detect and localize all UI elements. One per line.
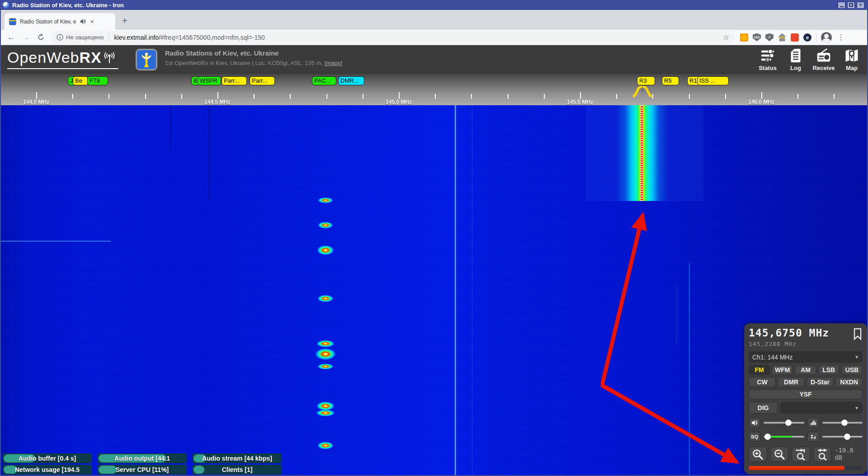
scale-tick xyxy=(108,94,109,99)
nav-item-receive[interactable]: Receive xyxy=(814,47,834,71)
address-bar[interactable]: Не защищено kiev.extmail.info /#freq=145… xyxy=(51,31,735,44)
waterfall-colors-button[interactable] xyxy=(807,418,819,428)
digital-mode-select[interactable]: ▼ xyxy=(780,402,863,414)
tray-separator xyxy=(816,33,816,42)
nav-label: Status xyxy=(759,65,777,71)
zoom-in-icon xyxy=(752,448,764,460)
mode-button-wfm[interactable]: WFM xyxy=(772,365,793,375)
info-icon[interactable] xyxy=(57,34,63,41)
zoom-band-in-icon xyxy=(794,448,807,460)
volume-slider[interactable] xyxy=(764,418,804,428)
frequency-scale[interactable]: 144.0 MHz144.5 MHz145.0 MHz145.5 MHz146.… xyxy=(0,74,868,105)
waterfall-line xyxy=(676,286,677,345)
zoom-band-out-button[interactable] xyxy=(813,447,832,462)
waterfall-display[interactable] xyxy=(0,105,868,476)
url-path[interactable]: /#freq=145675000,mod=nfm,sql=-150 xyxy=(159,34,265,41)
mode-button-ysf[interactable]: YSF xyxy=(749,389,863,399)
squelch-slider[interactable] xyxy=(764,432,804,442)
status-badge-label: Clients [1] xyxy=(193,465,282,475)
home-extension-icon[interactable]: NEW xyxy=(778,33,786,42)
minimize-button[interactable] xyxy=(838,2,845,9)
bookmark-tag[interactable]: R3 xyxy=(637,76,655,85)
chevron-down-icon: ▼ xyxy=(854,406,859,411)
forward-button[interactable]: → xyxy=(22,33,30,42)
bookmark-tag[interactable]: Parr... xyxy=(222,76,247,85)
close-button[interactable]: × xyxy=(857,2,864,9)
bookmark-star-icon[interactable]: ☆ xyxy=(723,33,729,42)
status-badge: Clients [1] xyxy=(193,465,282,475)
mode-button-usb[interactable]: USB xyxy=(841,365,863,375)
bookmark-tag[interactable]: ISS ... xyxy=(697,76,729,85)
zoom-in-button[interactable] xyxy=(749,447,767,462)
extension-icon-3[interactable]: e xyxy=(803,33,811,42)
waterfall-line xyxy=(209,105,210,200)
status-badge: Server CPU [11%] xyxy=(98,465,187,475)
waterfall-min-slider-knob[interactable] xyxy=(844,434,850,440)
bookmark-tag[interactable]: WSPR xyxy=(198,76,221,85)
openwebrx-header: OpenWebRX Radio Stations of Kiev, etc. U… xyxy=(0,45,868,74)
scale-tick xyxy=(326,94,327,99)
reload-button[interactable] xyxy=(37,33,45,41)
browser-menu-icon[interactable]: ⋮ xyxy=(837,33,844,42)
squelch-button[interactable]: SQ xyxy=(749,432,760,442)
bookmark-tag[interactable]: PAC... xyxy=(312,76,336,85)
scale-tick xyxy=(580,92,581,99)
tuning-bandpass-marker[interactable] xyxy=(632,86,653,98)
browser-window: Radio Station of Kiev, etc. Ukraine - Ir… xyxy=(0,0,868,476)
nav-item-log[interactable]: Log xyxy=(786,47,806,71)
waterfall-burst xyxy=(317,364,334,369)
mode-button-cw[interactable]: CW xyxy=(749,377,776,387)
waterfall-burst xyxy=(317,295,334,302)
mute-button[interactable] xyxy=(749,418,760,428)
bookmark-tag[interactable]: Parr... xyxy=(250,76,275,85)
waterfall-max-slider-knob[interactable] xyxy=(841,420,848,426)
squelch-slider-knob[interactable] xyxy=(764,434,771,440)
squelch-level-fill xyxy=(768,436,793,438)
maximize-button[interactable] xyxy=(847,2,855,9)
bookmark-icon[interactable] xyxy=(853,328,863,340)
waterfall-burst xyxy=(316,401,335,411)
nav-label: Log xyxy=(790,65,801,71)
shield-check-extension-icon[interactable]: ✓ xyxy=(765,33,774,42)
extension-icon-2[interactable] xyxy=(791,33,799,42)
back-button[interactable]: ← xyxy=(7,33,15,42)
volume-slider-knob[interactable] xyxy=(785,420,792,426)
waterfall-min-slider[interactable] xyxy=(822,432,863,442)
nav-item-status[interactable]: Status xyxy=(758,47,778,71)
mode-button-nxdn[interactable]: NXDN xyxy=(835,377,863,387)
status-badge-label: Server CPU [11%] xyxy=(98,465,187,475)
mode-button-lsb[interactable]: LSB xyxy=(818,365,840,375)
security-label[interactable]: Не защищено xyxy=(66,34,104,41)
browser-tab[interactable]: Radio Station of Kiev, e × xyxy=(5,13,115,30)
extension-icon-1[interactable] xyxy=(740,33,748,42)
ublock-extension-icon[interactable]: UO xyxy=(753,33,761,42)
maps-link[interactable]: [maps] xyxy=(325,60,342,66)
bookmark-tag[interactable]: Be xyxy=(73,76,88,85)
waterfall-auto-button[interactable] xyxy=(807,432,819,442)
mode-button-fm[interactable]: FM xyxy=(749,365,770,375)
waterfall-max-slider[interactable] xyxy=(822,418,863,428)
profile-select[interactable]: Ch1: 144 MHz ▼ xyxy=(749,351,863,363)
tab-close-icon[interactable]: × xyxy=(90,19,94,25)
bookmark-tag[interactable]: FT8 xyxy=(87,76,108,85)
zoom-out-button[interactable] xyxy=(770,447,789,462)
scale-label: 144.5 MHz xyxy=(204,99,231,105)
bookmark-tag[interactable]: R5 xyxy=(662,76,679,85)
nav-item-map[interactable]: Map xyxy=(842,47,862,71)
new-tab-button[interactable]: + xyxy=(122,16,127,25)
speaker-icon xyxy=(751,420,758,426)
zoom-band-in-button[interactable] xyxy=(792,447,810,462)
bookmark-tag[interactable]: DMR... xyxy=(338,76,364,85)
scale-tick xyxy=(36,92,37,99)
profile-avatar[interactable] xyxy=(821,32,832,43)
url-domain[interactable]: kiev.extmail.info xyxy=(114,34,159,41)
status-badge: Audio stream [44 kbps] xyxy=(193,453,282,463)
scale-tick xyxy=(217,92,218,99)
dig-mode-button[interactable]: DIG xyxy=(749,402,778,414)
tuned-frequency[interactable]: 145,6750 MHz xyxy=(749,327,829,339)
mode-button-d-star[interactable]: D-Star xyxy=(807,377,834,387)
tab-audio-icon[interactable] xyxy=(80,19,86,24)
scale-tick xyxy=(181,94,182,99)
mode-button-am[interactable]: AM xyxy=(795,365,816,375)
mode-button-dmr[interactable]: DMR xyxy=(778,377,805,387)
